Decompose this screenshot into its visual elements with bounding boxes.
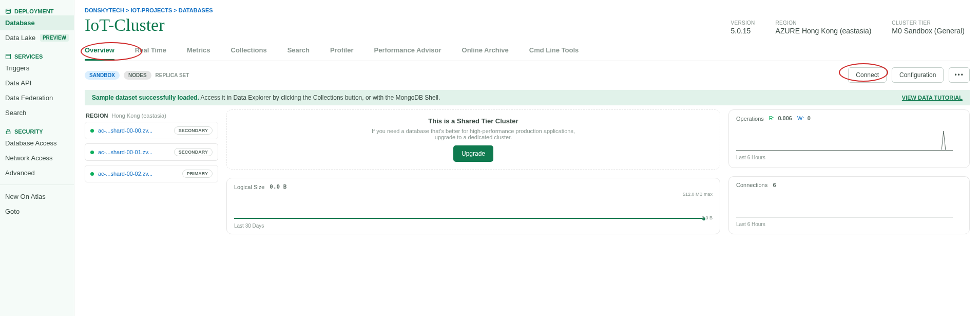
status-dot-icon <box>90 172 94 176</box>
tab-performance-advisor[interactable]: Performance Advisor <box>374 46 441 61</box>
chart-line <box>234 218 703 219</box>
status-dot-icon <box>90 151 94 154</box>
chart-body: 512.0 MB max 0.0 B <box>234 192 713 221</box>
region-label: REGION Hong Kong (eastasia) <box>85 109 218 122</box>
cluster-actions: Connect Configuration ••• <box>848 67 970 83</box>
sidebar-item-database-access[interactable]: Database Access <box>0 136 74 151</box>
connect-button[interactable]: Connect <box>848 67 887 83</box>
sidebar: DEPLOYMENT Database Data Lake PREVIEW SE… <box>0 0 74 316</box>
sidebar-item-label: Database <box>5 19 35 27</box>
tab-collections[interactable]: Collections <box>231 46 267 61</box>
node-row[interactable]: ac-...shard-00-00.zv... SECONDARY <box>85 122 218 139</box>
lock-icon <box>5 128 11 135</box>
svg-rect-1 <box>6 54 11 59</box>
node-role-badge: SECONDARY <box>174 126 213 135</box>
sidebar-item-database[interactable]: Database <box>0 15 74 30</box>
tab-real-time[interactable]: Real Time <box>135 46 166 61</box>
card-subtitle: If you need a database that's better for… <box>366 128 581 140</box>
node-name[interactable]: ac-...shard-00-01.zv... <box>98 149 174 155</box>
region-label-value: Hong Kong (eastasia) <box>111 113 166 119</box>
page-title: IoT-Cluster <box>85 15 165 35</box>
meta-tier: CLUSTER TIER M0 Sandbox (General) <box>892 20 965 35</box>
pill-sandbox[interactable]: SANDBOX <box>85 71 120 80</box>
tab-overview[interactable]: Overview <box>85 46 114 61</box>
breadcrumb-org[interactable]: DONSKYTECH <box>85 7 124 13</box>
region-panel: REGION Hong Kong (eastasia) ac-...shard-… <box>85 109 218 234</box>
upgrade-button[interactable]: Upgrade <box>453 145 493 162</box>
node-name[interactable]: ac-...shard-00-02.zv... <box>98 171 182 177</box>
banner-text: Sample dataset successfully loaded. Acce… <box>92 94 440 101</box>
sidebar-section-security: SECURITY <box>0 125 74 136</box>
tab-metrics[interactable]: Metrics <box>187 46 210 61</box>
connections-chart[interactable]: Connections 6 Last 6 Hours <box>728 176 970 235</box>
tab-search[interactable]: Search <box>287 46 310 61</box>
operations-r-value: 0.006 <box>778 115 792 121</box>
shared-tier-card: This is a Shared Tier Cluster If you nee… <box>226 109 720 170</box>
sidebar-item-new-on-atlas[interactable]: New On Atlas <box>0 189 74 204</box>
node-row[interactable]: ac-...shard-00-01.zv... SECONDARY <box>85 143 218 161</box>
sidebar-item-label: Network Access <box>5 154 52 162</box>
tabs: Overview Real Time Metrics Collections S… <box>85 46 970 61</box>
sidebar-item-advanced[interactable]: Advanced <box>0 165 74 180</box>
meta-value: 5.0.15 <box>731 27 755 35</box>
operations-w-label: W: <box>797 115 804 121</box>
cluster-pills: SANDBOX NODES REPLICA SET <box>85 71 189 80</box>
banner-strong: Sample dataset successfully loaded. <box>92 94 199 101</box>
view-data-tutorial-link[interactable]: VIEW DATA TUTORIAL <box>902 95 963 101</box>
node-name[interactable]: ac-...shard-00-00.zv... <box>98 127 174 134</box>
sidebar-item-label: Database Access <box>5 139 56 147</box>
tab-online-archive[interactable]: Online Archive <box>462 46 509 61</box>
breadcrumb-project[interactable]: IOT-PROJECTS <box>131 7 172 13</box>
chart-spike-icon <box>941 130 947 151</box>
tab-cmd-line-tools[interactable]: Cmd Line Tools <box>529 46 579 61</box>
divider <box>0 184 74 185</box>
node-row[interactable]: ac-...shard-00-02.zv... PRIMARY <box>85 165 218 182</box>
chart-title: Connections <box>736 182 767 188</box>
sidebar-item-label: Goto <box>5 208 20 215</box>
stack-icon <box>5 8 11 14</box>
sidebar-item-label: Search <box>5 109 26 117</box>
services-icon <box>5 53 11 60</box>
pill-nodes[interactable]: NODES <box>124 71 151 80</box>
cluster-meta: VERSION 5.0.15 REGION AZURE Hong Kong (e… <box>731 20 970 35</box>
sidebar-item-network-access[interactable]: Network Access <box>0 151 74 165</box>
configuration-button[interactable]: Configuration <box>892 67 944 83</box>
more-actions-button[interactable]: ••• <box>949 67 970 83</box>
node-role-badge: PRIMARY <box>182 170 213 178</box>
sidebar-item-label: Triggers <box>5 64 29 72</box>
chart-value: 0.0 B <box>270 183 286 190</box>
chart-title: Operations <box>736 116 764 122</box>
operations-w-value: 0 <box>808 115 811 121</box>
chart-min-label: 0.0 B <box>702 216 713 221</box>
chart-body <box>736 191 962 219</box>
region-label-key: REGION <box>86 113 108 119</box>
sidebar-item-data-api[interactable]: Data API <box>0 76 74 90</box>
card-title: This is a Shared Tier Cluster <box>236 117 710 125</box>
breadcrumb-page[interactable]: DATABASES <box>179 7 213 13</box>
preview-badge: PREVIEW <box>40 34 69 42</box>
sidebar-section-title: SERVICES <box>14 53 43 60</box>
logical-size-chart[interactable]: Logical Size 0.0 B 512.0 MB max 0.0 B La… <box>226 178 720 234</box>
chart-title: Logical Size <box>234 184 264 190</box>
sidebar-item-data-lake[interactable]: Data Lake PREVIEW <box>0 30 74 45</box>
meta-value: M0 Sandbox (General) <box>892 27 965 35</box>
sidebar-item-search[interactable]: Search <box>0 105 74 120</box>
tab-profiler[interactable]: Profiler <box>330 46 354 61</box>
meta-value: AZURE Hong Kong (eastasia) <box>776 27 872 35</box>
chart-value: 6 <box>773 182 776 189</box>
svg-rect-3 <box>6 131 10 134</box>
chart-line <box>736 150 953 151</box>
breadcrumb: DONSKYTECH > IOT-PROJECTS > DATABASES <box>85 0 970 13</box>
sidebar-item-goto[interactable]: Goto <box>0 204 74 219</box>
sidebar-section-title: SECURITY <box>14 128 43 135</box>
status-dot-icon <box>90 129 94 133</box>
banner-rest: Access it in Data Explorer by clicking t… <box>199 94 440 101</box>
pill-replica-set: REPLICA SET <box>156 72 189 78</box>
chart-footer: Last 30 Days <box>234 223 713 229</box>
sidebar-item-triggers[interactable]: Triggers <box>0 61 74 76</box>
operations-chart[interactable]: Operations R: 0.006 W: 0 Last 6 Hours <box>728 109 970 168</box>
sidebar-section-title: DEPLOYMENT <box>14 8 53 14</box>
sidebar-item-data-federation[interactable]: Data Federation <box>0 90 74 105</box>
chart-footer: Last 6 Hours <box>736 221 962 227</box>
meta-region: REGION AZURE Hong Kong (eastasia) <box>776 20 872 35</box>
